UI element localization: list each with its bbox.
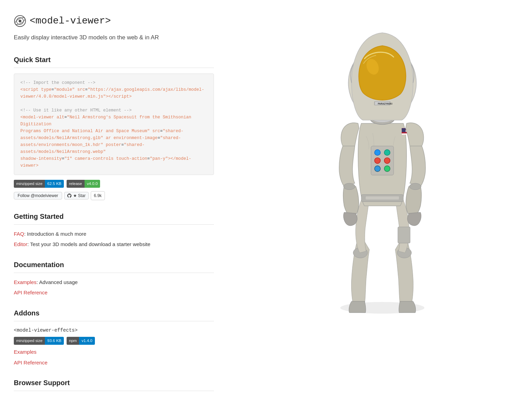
badges-row: minzipped size 62.5 KB release v4.0.0	[14, 180, 214, 188]
size-badge-value: 62.5 KB	[45, 180, 64, 188]
svg-point-10	[375, 158, 381, 164]
code-line-9: assets/environments/moon_1k.hdr" poster=…	[20, 141, 207, 155]
code-block: <!-- Import the component --> <script ty…	[14, 74, 214, 175]
size-badge: minzipped size 62.5 KB	[14, 180, 64, 188]
browser-support-title: Browser Support	[14, 378, 214, 391]
quick-start-section: Quick Start <!-- Import the component --…	[14, 55, 214, 200]
getting-started-section: Getting Started FAQ: Introduction & much…	[14, 211, 214, 248]
examples-link[interactable]: Examples	[14, 279, 37, 285]
browser-support-section: Browser Support	[14, 378, 214, 391]
release-badge-label: release	[67, 180, 85, 188]
examples-item: Examples: Advanced usage	[14, 279, 214, 286]
left-content: <model-viewer> Easily display interactiv…	[0, 0, 235, 420]
code-line-8: assets/models/NeilArmstrong.glb" ar envi…	[20, 135, 207, 141]
page-title: <model-viewer>	[30, 14, 111, 28]
code-line-7: Programs Office and National Air and Spa…	[20, 128, 207, 135]
addon1-title: <model-viewer-effects>	[14, 327, 214, 334]
addon-size-badge: minzipped size 93.6 KB	[14, 337, 64, 345]
addon-api-item: API Reference	[14, 359, 214, 367]
code-line-3: viewer/4.0.0/model-viewer.min.js"></scri…	[20, 93, 207, 100]
code-line-1: <!-- Import the component -->	[20, 79, 207, 86]
addon-size-label: minzipped size	[14, 337, 45, 345]
addon-npm-label: npm	[67, 337, 79, 345]
editor-link[interactable]: Editor	[14, 241, 27, 247]
addon-examples-item: Examples	[14, 348, 214, 356]
release-badge: release v4.0.0	[67, 180, 100, 188]
star-button-label: ★ Star	[73, 193, 86, 198]
editor-text: : Test your 3D models and download a sta…	[27, 241, 150, 247]
svg-point-9	[384, 149, 390, 155]
addon-badges-row: minzipped size 93.6 KB npm v1.4.0	[14, 337, 214, 345]
svg-point-21	[410, 183, 421, 190]
examples-text: : Advanced usage	[37, 279, 78, 285]
astronaut-container: PARAZYNSKI	[296, 7, 469, 318]
addon-size-value: 93.6 KB	[45, 337, 64, 345]
quick-start-title: Quick Start	[14, 55, 214, 68]
svg-rect-19	[402, 128, 405, 132]
svg-point-13	[384, 166, 390, 172]
addons-title: Addons	[14, 308, 214, 321]
faq-link[interactable]: FAQ	[14, 231, 24, 237]
documentation-title: Documentation	[14, 260, 214, 273]
addon-npm-value: v1.4.0	[79, 337, 95, 345]
svg-point-8	[375, 149, 381, 155]
star-button[interactable]: ★ Star	[64, 192, 89, 199]
documentation-section: Documentation Examples: Advanced usage A…	[14, 260, 214, 297]
follow-button[interactable]: Follow @modelviewer	[14, 192, 62, 199]
code-line-4	[20, 100, 207, 107]
size-badge-label: minzipped size	[14, 180, 45, 188]
right-image: PARAZYNSKI	[235, 0, 530, 420]
follow-button-label: Follow @modelviewer	[18, 193, 58, 198]
faq-text: : Introduction & much more	[24, 231, 86, 237]
svg-text:PARAZYNSKI: PARAZYNSKI	[378, 102, 392, 105]
svg-point-20	[344, 183, 355, 190]
addon-npm-badge: npm v1.4.0	[67, 337, 95, 345]
page-header: <model-viewer>	[14, 14, 214, 28]
addons-section: Addons <model-viewer-effects> minzipped …	[14, 308, 214, 367]
faq-item: FAQ: Introduction & much more	[14, 230, 214, 238]
github-icon	[67, 194, 71, 198]
model-viewer-logo-icon	[14, 15, 26, 27]
action-row: Follow @modelviewer ★ Star 6.9k	[14, 191, 214, 200]
addon-examples-link[interactable]: Examples	[14, 349, 37, 355]
code-line-5: <!-- Use it like any other HTML element …	[20, 107, 207, 114]
addon-api-link[interactable]: API Reference	[14, 360, 48, 365]
page-container: <model-viewer> Easily display interactiv…	[0, 0, 530, 420]
svg-point-2	[19, 20, 21, 22]
getting-started-title: Getting Started	[14, 211, 214, 225]
code-line-6: <model-viewer alt="Neil Armstrong's Spac…	[20, 114, 207, 128]
star-count: 6.9k	[91, 191, 105, 200]
svg-rect-23	[365, 196, 399, 199]
svg-rect-24	[398, 227, 410, 243]
code-line-2: <script type="module" src="https://ajax.…	[20, 86, 207, 93]
release-badge-value: v4.0.0	[85, 180, 100, 188]
subtitle: Easily display interactive 3D models on …	[14, 33, 214, 42]
svg-point-12	[375, 166, 381, 172]
svg-point-11	[384, 158, 390, 164]
astronaut-image: PARAZYNSKI	[303, 7, 462, 318]
api-reference-link[interactable]: API Reference	[14, 290, 48, 295]
editor-item: Editor: Test your 3D models and download…	[14, 241, 214, 248]
code-line-10: shadow-intensity="1" camera-controls tou…	[20, 155, 207, 169]
api-reference-item: API Reference	[14, 289, 214, 297]
